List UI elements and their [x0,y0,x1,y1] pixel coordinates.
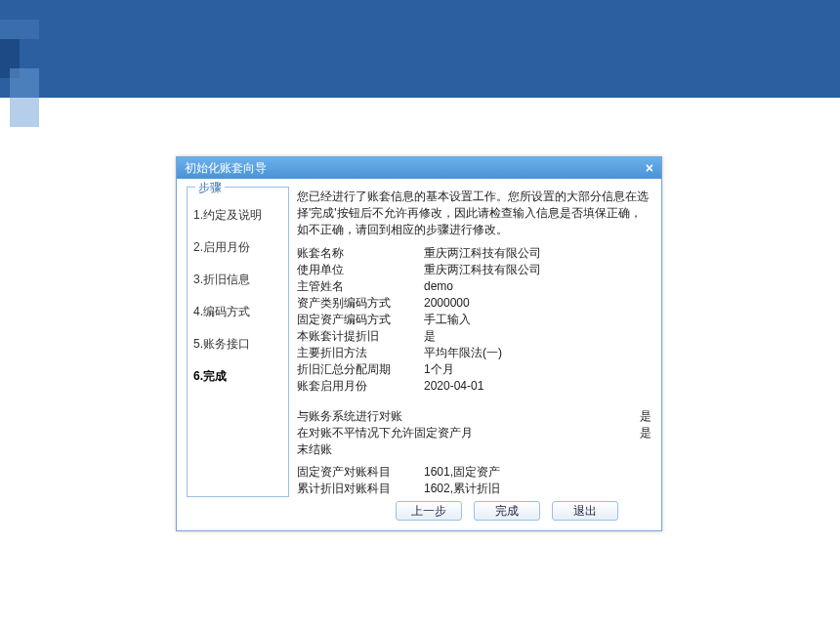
step-item-1[interactable]: 1.约定及说明 [193,199,282,231]
summary-value: 1个月 [424,361,651,378]
summary-value: 是 [424,328,651,345]
dialog-footer: 上一步 完成 退出 [177,497,661,530]
summary-value: 2000000 [424,295,651,312]
summary-label: 本账套计提折旧 [297,328,424,345]
sidebar-legend: 步骤 [195,180,225,196]
dialog-titlebar: 初始化账套向导 × [177,157,661,179]
step-item-3[interactable]: 3.折旧信息 [193,264,282,296]
summary-value: 2020-04-01 [424,378,651,395]
prev-button[interactable]: 上一步 [396,501,462,521]
step-item-4[interactable]: 4.编码方式 [193,296,282,328]
close-icon[interactable]: × [646,157,653,179]
dialog-body: 步骤 1.约定及说明 2.启用月份 3.折旧信息 4.编码方式 5.账务接口 6… [177,179,661,497]
summary-row: 主要折旧方法平均年限法(一) [297,345,651,361]
exit-button[interactable]: 退出 [552,501,618,521]
summary-row: 固定资产对账科目1601,固定资产 [297,464,651,481]
summary-value: 1602,累计折旧 [424,481,651,497]
summary-value: 手工输入 [424,312,651,328]
finish-button[interactable]: 完成 [474,501,540,521]
step-item-2[interactable]: 2.启用月份 [193,231,282,264]
intro-text: 您已经进行了账套信息的基本设置工作。您所设置的大部分信息在选择'完成'按钮后不允… [297,189,651,237]
summary-value: demo [424,278,651,295]
summary-row: 本账套计提折旧是 [297,328,651,345]
summary-label: 账套名称 [297,245,424,262]
summary-value: 是 [475,425,652,458]
wizard-dialog: 初始化账套向导 × 步骤 1.约定及说明 2.启用月份 3.折旧信息 4.编码方… [176,156,662,531]
summary-label: 与账务系统进行对账 [297,408,475,425]
summary-content: 您已经进行了账套信息的基本设置工作。您所设置的大部分信息在选择'完成'按钮后不允… [297,187,651,497]
summary-row: 累计折旧对账科目1602,累计折旧 [297,481,651,497]
summary-row: 固定资产编码方式手工输入 [297,312,651,328]
summary-row: 资产类别编码方式2000000 [297,295,651,312]
summary-label: 账套启用月份 [297,378,424,395]
banner-decor [0,20,39,39]
steps-sidebar: 步骤 1.约定及说明 2.启用月份 3.折旧信息 4.编码方式 5.账务接口 6… [187,187,289,497]
summary-value: 平均年限法(一) [424,345,651,361]
page-banner [0,0,840,98]
dialog-title: 初始化账套向导 [185,157,267,179]
summary-value: 重庆两江科技有限公司 [424,262,651,278]
banner-decor [10,68,39,127]
summary-value: 1601,固定资产 [424,464,651,481]
step-item-5[interactable]: 5.账务接口 [193,328,282,360]
summary-label: 在对账不平情况下允许固定资产月末结账 [297,425,475,458]
summary-label: 资产类别编码方式 [297,295,424,312]
summary-value: 是 [475,408,652,425]
summary-row: 使用单位重庆两江科技有限公司 [297,262,651,278]
steps-list: 1.约定及说明 2.启用月份 3.折旧信息 4.编码方式 5.账务接口 6.完成 [193,199,282,393]
summary-label: 主管姓名 [297,278,424,295]
summary-row: 账套启用月份2020-04-01 [297,378,651,395]
summary-row: 折旧汇总分配周期 1个月 [297,361,651,378]
summary-row: 在对账不平情况下允许固定资产月末结账是 [297,425,651,458]
step-item-6[interactable]: 6.完成 [193,360,282,393]
summary-label: 折旧汇总分配周期 [297,361,424,378]
summary-row: 与账务系统进行对账是 [297,408,651,425]
summary-row: 主管姓名demo [297,278,651,295]
summary-value: 重庆两江科技有限公司 [424,245,651,262]
summary-label: 使用单位 [297,262,424,278]
summary-row: 账套名称重庆两江科技有限公司 [297,245,651,262]
summary-label: 固定资产对账科目 [297,464,424,481]
summary-label: 主要折旧方法 [297,345,424,361]
summary-label: 累计折旧对账科目 [297,481,424,497]
summary-label: 固定资产编码方式 [297,312,424,328]
